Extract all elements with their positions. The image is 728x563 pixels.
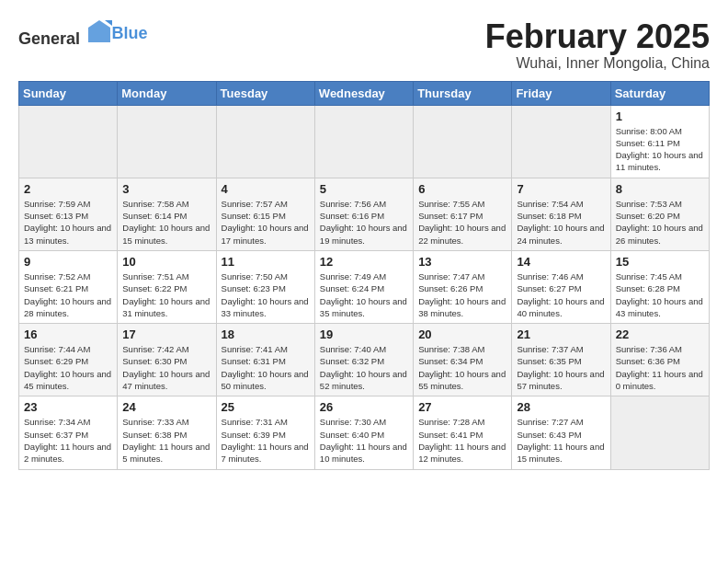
calendar-day-header: Sunday	[19, 81, 118, 105]
calendar-day-cell: 16Sunrise: 7:44 AM Sunset: 6:29 PM Dayli…	[19, 324, 118, 396]
day-info: Sunrise: 7:46 AM Sunset: 6:27 PM Dayligh…	[517, 270, 605, 319]
day-number: 23	[24, 400, 112, 414]
header: General Blue February 2025 Wuhai, Inner …	[18, 18, 710, 72]
day-info: Sunrise: 7:59 AM Sunset: 6:13 PM Dayligh…	[24, 198, 112, 247]
calendar-day-cell: 17Sunrise: 7:42 AM Sunset: 6:30 PM Dayli…	[118, 324, 216, 396]
calendar-header-row: SundayMondayTuesdayWednesdayThursdayFrid…	[19, 81, 710, 105]
day-info: Sunrise: 7:37 AM Sunset: 6:35 PM Dayligh…	[517, 343, 605, 392]
day-number: 24	[122, 400, 210, 414]
day-info: Sunrise: 7:36 AM Sunset: 6:36 PM Dayligh…	[616, 343, 704, 392]
day-number: 25	[222, 400, 310, 414]
day-number: 1	[616, 109, 704, 123]
calendar-day-cell: 4Sunrise: 7:57 AM Sunset: 6:15 PM Daylig…	[216, 178, 314, 250]
day-info: Sunrise: 7:51 AM Sunset: 6:22 PM Dayligh…	[122, 270, 210, 319]
day-info: Sunrise: 7:49 AM Sunset: 6:24 PM Dayligh…	[320, 270, 408, 319]
calendar-day-cell: 15Sunrise: 7:45 AM Sunset: 6:28 PM Dayli…	[610, 250, 709, 323]
main-title: February 2025	[485, 18, 710, 55]
day-info: Sunrise: 7:58 AM Sunset: 6:14 PM Dayligh…	[122, 198, 210, 247]
calendar-week-row: 23Sunrise: 7:34 AM Sunset: 6:37 PM Dayli…	[19, 396, 710, 469]
calendar-table: SundayMondayTuesdayWednesdayThursdayFrid…	[18, 81, 710, 470]
calendar-day-cell	[512, 105, 610, 178]
calendar-week-row: 16Sunrise: 7:44 AM Sunset: 6:29 PM Dayli…	[19, 324, 710, 396]
day-info: Sunrise: 7:47 AM Sunset: 6:26 PM Dayligh…	[418, 270, 506, 319]
calendar-day-cell	[610, 396, 709, 469]
day-info: Sunrise: 7:45 AM Sunset: 6:28 PM Dayligh…	[616, 270, 704, 319]
day-number: 6	[418, 182, 506, 196]
calendar-day-cell: 28Sunrise: 7:27 AM Sunset: 6:43 PM Dayli…	[512, 396, 610, 469]
calendar-day-header: Thursday	[414, 81, 512, 105]
day-info: Sunrise: 7:44 AM Sunset: 6:29 PM Dayligh…	[24, 343, 112, 392]
calendar-day-header: Friday	[512, 81, 610, 105]
calendar-day-header: Monday	[118, 81, 216, 105]
day-info: Sunrise: 7:34 AM Sunset: 6:37 PM Dayligh…	[24, 416, 112, 465]
day-number: 22	[616, 327, 704, 341]
day-number: 17	[122, 327, 210, 341]
day-info: Sunrise: 7:42 AM Sunset: 6:30 PM Dayligh…	[122, 343, 210, 392]
day-info: Sunrise: 8:00 AM Sunset: 6:11 PM Dayligh…	[616, 125, 704, 174]
calendar-week-row: 1Sunrise: 8:00 AM Sunset: 6:11 PM Daylig…	[19, 105, 710, 178]
day-number: 7	[517, 182, 605, 196]
day-number: 18	[222, 327, 310, 341]
calendar-day-cell: 11Sunrise: 7:50 AM Sunset: 6:23 PM Dayli…	[216, 250, 314, 323]
calendar-day-cell: 6Sunrise: 7:55 AM Sunset: 6:17 PM Daylig…	[414, 178, 512, 250]
title-area: February 2025 Wuhai, Inner Mongolia, Chi…	[485, 18, 710, 72]
day-number: 10	[122, 255, 210, 269]
calendar-day-cell: 1Sunrise: 8:00 AM Sunset: 6:11 PM Daylig…	[610, 105, 709, 178]
day-info: Sunrise: 7:55 AM Sunset: 6:17 PM Dayligh…	[418, 198, 506, 247]
day-number: 13	[418, 255, 506, 269]
calendar-day-cell: 10Sunrise: 7:51 AM Sunset: 6:22 PM Dayli…	[118, 250, 216, 323]
calendar-day-cell: 27Sunrise: 7:28 AM Sunset: 6:41 PM Dayli…	[414, 396, 512, 469]
day-number: 15	[616, 255, 704, 269]
calendar-body: 1Sunrise: 8:00 AM Sunset: 6:11 PM Daylig…	[19, 105, 710, 469]
day-info: Sunrise: 7:31 AM Sunset: 6:39 PM Dayligh…	[222, 416, 310, 465]
day-info: Sunrise: 7:54 AM Sunset: 6:18 PM Dayligh…	[517, 198, 605, 247]
calendar-day-cell: 20Sunrise: 7:38 AM Sunset: 6:34 PM Dayli…	[414, 324, 512, 396]
calendar-day-cell: 14Sunrise: 7:46 AM Sunset: 6:27 PM Dayli…	[512, 250, 610, 323]
calendar-day-cell: 9Sunrise: 7:52 AM Sunset: 6:21 PM Daylig…	[19, 250, 118, 323]
day-info: Sunrise: 7:57 AM Sunset: 6:15 PM Dayligh…	[222, 198, 310, 247]
calendar-day-cell: 19Sunrise: 7:40 AM Sunset: 6:32 PM Dayli…	[314, 324, 413, 396]
day-number: 8	[616, 182, 704, 196]
day-number: 19	[320, 327, 408, 341]
calendar-day-cell: 12Sunrise: 7:49 AM Sunset: 6:24 PM Dayli…	[314, 250, 413, 323]
day-number: 4	[222, 182, 310, 196]
calendar-day-cell: 3Sunrise: 7:58 AM Sunset: 6:14 PM Daylig…	[118, 178, 216, 250]
day-number: 26	[320, 400, 408, 414]
calendar-day-cell: 24Sunrise: 7:33 AM Sunset: 6:38 PM Dayli…	[118, 396, 216, 469]
day-number: 5	[320, 182, 408, 196]
day-info: Sunrise: 7:38 AM Sunset: 6:34 PM Dayligh…	[418, 343, 506, 392]
calendar-day-cell: 2Sunrise: 7:59 AM Sunset: 6:13 PM Daylig…	[19, 178, 118, 250]
logo: General Blue	[18, 18, 148, 49]
day-info: Sunrise: 7:53 AM Sunset: 6:20 PM Dayligh…	[616, 198, 704, 247]
day-info: Sunrise: 7:27 AM Sunset: 6:43 PM Dayligh…	[517, 416, 605, 465]
calendar-day-cell: 21Sunrise: 7:37 AM Sunset: 6:35 PM Dayli…	[512, 324, 610, 396]
day-info: Sunrise: 7:30 AM Sunset: 6:40 PM Dayligh…	[320, 416, 408, 465]
logo-general-text: General	[18, 29, 80, 48]
sub-title: Wuhai, Inner Mongolia, China	[485, 55, 710, 72]
calendar-day-cell: 25Sunrise: 7:31 AM Sunset: 6:39 PM Dayli…	[216, 396, 314, 469]
calendar-day-cell	[19, 105, 118, 178]
logo-icon	[86, 18, 112, 44]
day-number: 16	[24, 327, 112, 341]
day-number: 14	[517, 255, 605, 269]
day-info: Sunrise: 7:41 AM Sunset: 6:31 PM Dayligh…	[222, 343, 310, 392]
day-number: 2	[24, 182, 112, 196]
calendar-day-header: Tuesday	[216, 81, 314, 105]
calendar-day-cell: 22Sunrise: 7:36 AM Sunset: 6:36 PM Dayli…	[610, 324, 709, 396]
calendar-day-cell: 26Sunrise: 7:30 AM Sunset: 6:40 PM Dayli…	[314, 396, 413, 469]
day-info: Sunrise: 7:52 AM Sunset: 6:21 PM Dayligh…	[24, 270, 112, 319]
calendar-week-row: 9Sunrise: 7:52 AM Sunset: 6:21 PM Daylig…	[19, 250, 710, 323]
day-number: 11	[222, 255, 310, 269]
calendar-day-cell	[216, 105, 314, 178]
calendar-week-row: 2Sunrise: 7:59 AM Sunset: 6:13 PM Daylig…	[19, 178, 710, 250]
day-number: 12	[320, 255, 408, 269]
calendar-day-cell: 13Sunrise: 7:47 AM Sunset: 6:26 PM Dayli…	[414, 250, 512, 323]
day-info: Sunrise: 7:40 AM Sunset: 6:32 PM Dayligh…	[320, 343, 408, 392]
day-info: Sunrise: 7:50 AM Sunset: 6:23 PM Dayligh…	[222, 270, 310, 319]
day-number: 9	[24, 255, 112, 269]
logo-blue-text: Blue	[112, 24, 148, 42]
day-number: 3	[122, 182, 210, 196]
day-number: 20	[418, 327, 506, 341]
day-number: 21	[517, 327, 605, 341]
calendar-day-cell	[414, 105, 512, 178]
